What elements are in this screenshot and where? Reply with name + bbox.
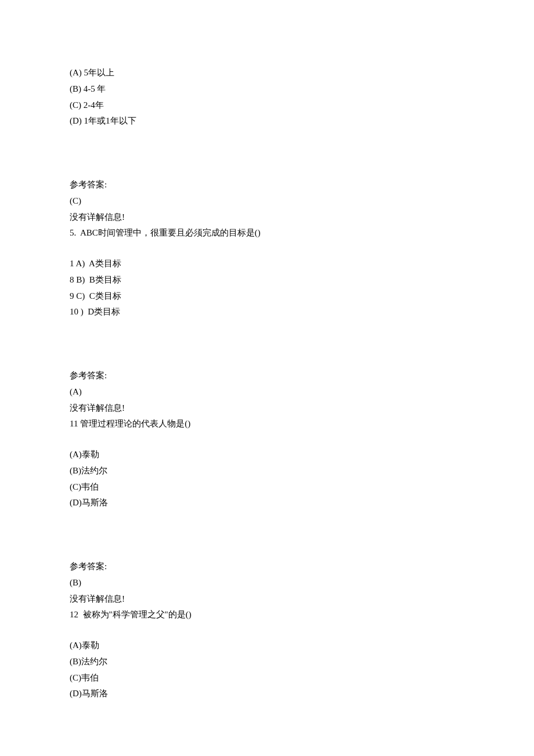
q5-note: 没有详解信息!	[70, 400, 534, 417]
q4-option-c: (C) 2-4年	[70, 97, 534, 114]
q11-option-d: (D)马斯洛	[70, 495, 534, 511]
q5-stem: 5. ABC时间管理中，很重要且必须完成的目标是()	[70, 225, 534, 241]
q12-option-c: (C)韦伯	[70, 670, 534, 686]
q5-option-c: 9 C) C类目标	[70, 288, 534, 305]
q11-option-c: (C)韦伯	[70, 479, 534, 495]
q12-stem: 12 被称为"科学管理之父"的是()	[70, 607, 534, 623]
q11-answer: (B)	[70, 575, 534, 591]
q11-stem: 11 管理过程理论的代表人物是()	[70, 416, 534, 432]
q11-answer-label: 参考答案:	[70, 559, 534, 575]
q12-option-b: (B)法约尔	[70, 654, 534, 670]
q12-option-d: (D)马斯洛	[70, 686, 534, 702]
q4-answer: (C)	[70, 193, 534, 209]
q4-answer-label: 参考答案:	[70, 177, 534, 193]
q5-answer-label: 参考答案:	[70, 368, 534, 384]
q4-option-d: (D) 1年或1年以下	[70, 113, 534, 129]
q5-answer: (A)	[70, 384, 534, 400]
q5-option-b: 8 B) B类目标	[70, 272, 534, 288]
q4-note: 没有详解信息!	[70, 209, 534, 226]
q4-option-b: (B) 4-5 年	[70, 81, 534, 97]
q5-option-d: 10 ) D类目标	[70, 304, 534, 320]
q4-option-a: (A) 5年以上	[70, 65, 534, 81]
q11-option-a: (A)泰勒	[70, 447, 534, 463]
q11-option-b: (B)法约尔	[70, 463, 534, 479]
q12-option-a: (A)泰勒	[70, 638, 534, 654]
q5-option-a: 1 A) A类目标	[70, 256, 534, 272]
q11-note: 没有详解信息!	[70, 591, 534, 607]
